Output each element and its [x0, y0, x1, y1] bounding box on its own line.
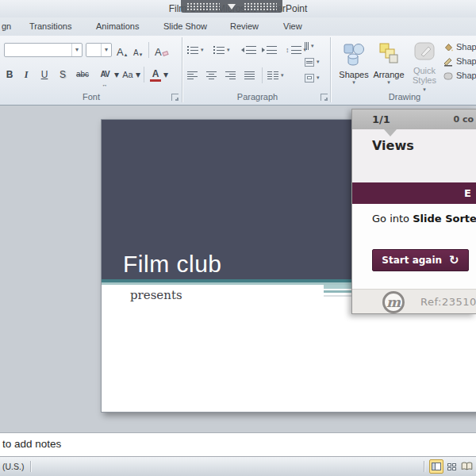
align-center-button[interactable] — [206, 68, 217, 83]
justify-button[interactable] — [244, 68, 255, 83]
exercise-banner: E — [352, 182, 476, 204]
chevron-down-icon[interactable]: ▾ — [201, 47, 204, 53]
numbering-button[interactable]: ▾ — [213, 43, 230, 57]
divider — [424, 461, 424, 472]
tab-transitions[interactable]: Transitions — [29, 17, 71, 36]
down-arrow-icon: ▾ — [140, 51, 143, 58]
font-color-button[interactable]: A — [150, 68, 161, 82]
chevron-down-icon[interactable]: ▾ — [311, 43, 314, 49]
align-right-button[interactable] — [225, 68, 236, 83]
drag-ghost-overlay — [181, 0, 282, 13]
shapes-button[interactable]: Shapes ▾ — [336, 36, 371, 88]
pencil-icon — [443, 56, 454, 67]
align-right-icon — [225, 71, 236, 79]
tab-view[interactable]: View — [283, 17, 302, 36]
clear-formatting-button[interactable]: A — [155, 42, 168, 58]
font-dialog-launcher[interactable] — [171, 94, 178, 101]
chevron-down-icon[interactable]: ▾ — [281, 72, 284, 79]
shape-fill-button[interactable]: Shap — [443, 40, 476, 53]
score-label: 0 co — [453, 109, 474, 129]
align-text-icon — [305, 58, 314, 67]
bold-button[interactable]: B — [3, 66, 16, 83]
chevron-down-icon[interactable]: ▾ — [101, 44, 111, 56]
increase-indent-button[interactable] — [262, 43, 277, 57]
shape-effects-button[interactable]: Shap — [443, 69, 476, 82]
slide-accent-decoration — [324, 285, 353, 297]
underline-button[interactable]: U — [38, 66, 51, 83]
normal-view-button[interactable] — [429, 459, 443, 474]
tab-animations[interactable]: Animations — [96, 17, 139, 36]
strikethrough-button[interactable]: abc — [73, 66, 92, 83]
shape-outline-button[interactable]: Shap — [443, 55, 476, 67]
tab-slide-show[interactable]: Slide Show — [163, 17, 207, 36]
drawing-group: Shapes ▾ Arrange ▾ Quick Styles ▾ — [333, 36, 476, 105]
notes-pane[interactable]: to add notes — [0, 432, 476, 456]
decrease-indent-icon — [241, 48, 244, 52]
chevron-down-icon: ▾ — [372, 79, 405, 86]
font-name-combo[interactable]: ▾ — [4, 43, 83, 57]
bullets-icon — [187, 46, 198, 54]
align-text-button[interactable]: ▾ — [305, 55, 320, 69]
chevron-down-icon[interactable]: ▾ — [317, 59, 320, 65]
character-spacing-button[interactable]: AV↔ — [97, 66, 113, 83]
updown-arrow-icon: ↕ — [286, 46, 290, 54]
slide-sorter-view-button[interactable] — [445, 459, 459, 474]
arrange-button[interactable]: Arrange ▾ — [372, 36, 405, 88]
status-bar: (U.S.) — [0, 456, 476, 476]
columns-icon — [267, 71, 278, 79]
increase-indent-icon — [262, 48, 265, 52]
font-size-combo[interactable]: ▾ — [86, 43, 112, 57]
chevron-down-icon[interactable]: ▾ — [136, 66, 140, 83]
grow-font-button[interactable]: A▴ — [117, 42, 127, 58]
ribbon: ▾ ▾ A▴ A▾ A B I U S abc AV↔ ▾ Aa ▾ A ▾ F… — [0, 36, 476, 106]
chevron-down-icon[interactable]: ▾ — [227, 47, 230, 53]
slide-subtitle-text[interactable]: presents — [130, 288, 182, 302]
chevron-down-icon[interactable]: ▾ — [163, 66, 168, 83]
tab-review[interactable]: Review — [230, 17, 259, 36]
pointer-triangle-icon — [384, 129, 397, 136]
text-shadow-button[interactable]: S — [56, 66, 69, 83]
columns-button[interactable]: ▾ — [267, 68, 284, 83]
line-spacing-button[interactable]: ↕ ▾ — [286, 43, 306, 57]
slide-title-text[interactable]: Film club — [123, 251, 222, 278]
align-left-icon — [187, 71, 198, 79]
convert-smartart-button[interactable]: ▾ — [305, 71, 320, 85]
brand-logo: m — [382, 291, 405, 313]
paragraph-group-label: Paragraph — [184, 92, 331, 102]
lines-icon — [291, 46, 301, 54]
slide-thumbnail-dots-icon — [244, 2, 277, 10]
chevron-down-icon[interactable]: ▾ — [71, 44, 82, 56]
drawing-group-label: Drawing — [365, 92, 444, 102]
italic-button[interactable]: I — [21, 66, 32, 83]
step-counter: 1/1 — [372, 109, 390, 129]
divider — [148, 42, 149, 58]
paint-bucket-icon — [443, 42, 454, 52]
quick-styles-button[interactable]: Quick Styles ▾ — [406, 36, 443, 88]
divider — [262, 67, 263, 83]
eraser-icon — [162, 51, 168, 56]
numbering-icon — [213, 46, 225, 54]
shrink-font-button[interactable]: A▾ — [133, 42, 142, 58]
align-left-button[interactable] — [187, 68, 198, 83]
start-again-button[interactable]: Start again ↻ — [372, 249, 469, 271]
chevron-down-icon[interactable]: ▾ — [317, 75, 320, 81]
notes-placeholder[interactable]: to add notes — [0, 433, 476, 455]
chevron-down-icon: ▾ — [336, 79, 371, 86]
normal-view-icon — [432, 463, 441, 470]
training-overlay-panel: 1/1 0 co Views E Go into Slide Sorte Sta… — [351, 109, 476, 314]
lesson-heading: Views — [372, 138, 414, 153]
decrease-indent-button[interactable] — [241, 43, 256, 57]
paragraph-group: ▾ ▾ ↕ ▾ — [184, 36, 331, 105]
chevron-down-icon[interactable]: ▾ — [114, 66, 119, 83]
text-direction-button[interactable]: ▾ — [305, 39, 314, 53]
bullets-button[interactable]: ▾ — [187, 43, 204, 57]
paragraph-dialog-launcher[interactable] — [321, 94, 328, 101]
panel-progress-bar: 1/1 0 co — [352, 109, 476, 129]
instruction-section: Go into Slide Sorte Start again ↻ — [352, 204, 476, 289]
reading-view-button[interactable] — [459, 459, 474, 474]
spacing-arrows-icon: ↔ — [97, 83, 113, 86]
tab-design-partial[interactable]: gn — [2, 17, 11, 36]
title-bar: Film Club - Microsoft PowerPoint — [0, 0, 476, 17]
change-case-button[interactable]: Aa — [121, 66, 135, 83]
language-indicator[interactable]: (U.S.) — [2, 457, 24, 476]
